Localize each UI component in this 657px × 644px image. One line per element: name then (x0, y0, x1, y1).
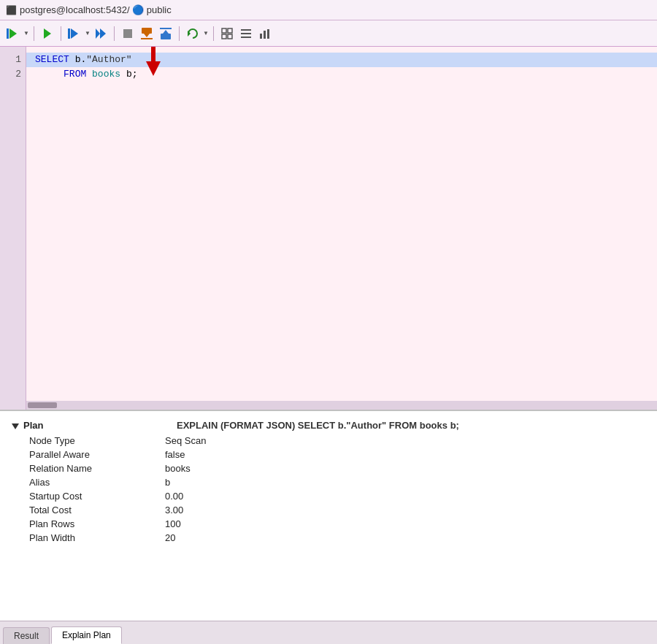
execute-icon (42, 28, 53, 39)
separator-2 (61, 26, 61, 41)
svg-rect-10 (141, 38, 153, 39)
stop-button[interactable] (119, 25, 137, 42)
plan-row-value: 20 (165, 532, 645, 543)
refresh-icon (187, 28, 199, 39)
table-books: books (92, 69, 120, 80)
tab-explain-plan[interactable]: Explain Plan (51, 626, 122, 644)
plan-row-value: 3.00 (165, 505, 645, 515)
svg-rect-7 (123, 29, 132, 38)
triangle-down-icon (12, 420, 23, 431)
plan-detail-row: Plan Rows 100 (12, 517, 645, 531)
svg-rect-17 (222, 34, 226, 39)
explain-dropdown[interactable]: ▼ (85, 25, 91, 42)
keyword-from: FROM (64, 69, 86, 80)
save-data-button[interactable] (138, 25, 155, 42)
svg-rect-21 (241, 37, 251, 38)
collapse-icon[interactable] (12, 423, 19, 429)
text-view-icon (240, 28, 252, 39)
plan-detail-row: Relation Name books (12, 461, 645, 475)
editor-scrollbar-thumb[interactable] (28, 402, 57, 408)
plan-rows: Node Type Seq Scan Parallel Aware false … (12, 434, 645, 545)
execute-all-button[interactable] (4, 25, 22, 42)
editor-content[interactable]: SELECT b."Author" FROM books b; (26, 47, 657, 410)
plan-row-key: Relation Name (12, 463, 107, 474)
plan-detail-row: Alias b (12, 475, 645, 489)
explain-arrow-button[interactable] (92, 25, 110, 42)
explain-arrow-icon (94, 28, 107, 39)
plan-row-value: books (165, 463, 645, 474)
db-icon: ⬛ (6, 5, 17, 15)
svg-rect-16 (228, 28, 232, 33)
plan-detail-row: Total Cost 3.00 (12, 503, 645, 517)
svg-rect-11 (160, 28, 172, 29)
plan-row-key: Plan Rows (12, 518, 107, 529)
title-bar: ⬛ postgres@localhost:5432/ 🔵 public (0, 0, 657, 20)
refresh-dropdown[interactable]: ▼ (203, 25, 209, 42)
plan-row-key: Total Cost (12, 505, 107, 515)
execute-all-icon (7, 28, 20, 39)
plan-row-value: b (165, 477, 645, 488)
sql-editor[interactable]: 1 2 SELECT b."Author" FROM books b; (0, 47, 657, 410)
svg-marker-9 (144, 34, 150, 37)
plan-detail-row: Node Type Seq Scan (12, 434, 645, 448)
load-data-button[interactable] (157, 25, 174, 42)
svg-marker-1 (9, 28, 17, 39)
explain-icon (68, 28, 81, 39)
svg-rect-23 (264, 31, 266, 39)
svg-rect-19 (241, 29, 251, 31)
plan-row-key: Parallel Aware (12, 449, 107, 460)
explain-button[interactable] (66, 25, 83, 42)
execute-all-dropdown[interactable]: ▼ (23, 25, 29, 42)
svg-rect-0 (7, 28, 9, 39)
separator-3 (114, 26, 115, 41)
separator-5 (213, 26, 214, 41)
col-author: "Author" (86, 54, 131, 65)
plan-detail-row: Plan Width 20 (12, 531, 645, 545)
svg-rect-24 (267, 29, 269, 39)
space-3: b; (126, 69, 138, 80)
svg-marker-12 (163, 30, 169, 34)
plan-query-text: EXPLAIN (FORMAT JSON) SELECT b."Author" … (177, 420, 459, 431)
plan-row-key: Node Type (12, 435, 107, 446)
space-1: b. (75, 54, 87, 65)
separator-1 (34, 26, 34, 41)
svg-marker-4 (71, 28, 78, 39)
save-data-icon (140, 27, 153, 40)
plan-row-key: Alias (12, 477, 107, 488)
line-numbers: 1 2 (0, 47, 26, 410)
indent (35, 69, 58, 80)
tab-result[interactable]: Result (3, 627, 50, 644)
execute-button[interactable] (39, 25, 56, 42)
svg-rect-22 (260, 34, 262, 39)
svg-rect-20 (241, 33, 251, 34)
refresh-button[interactable] (184, 25, 201, 42)
results-content: Plan EXPLAIN (FORMAT JSON) SELECT b."Aut… (0, 411, 657, 621)
plan-detail-row: Startup Cost 0.00 (12, 489, 645, 503)
svg-rect-15 (222, 28, 226, 33)
text-view-button[interactable] (237, 25, 255, 42)
tab-bar: Result Explain Plan (0, 621, 657, 644)
grid-view-icon (221, 28, 233, 39)
load-data-icon (159, 27, 172, 40)
results-panel: Plan EXPLAIN (FORMAT JSON) SELECT b."Aut… (0, 410, 657, 644)
tab-explain-plan-label: Explain Plan (62, 630, 111, 640)
editor-line-1: SELECT b."Author" (26, 53, 657, 67)
svg-rect-8 (142, 28, 152, 34)
tab-result-label: Result (14, 631, 39, 641)
toolbar: ▼ ▼ (0, 20, 657, 47)
title-text: postgres@localhost:5432/ 🔵 public (20, 4, 172, 15)
plan-row-value: false (165, 449, 645, 460)
svg-rect-13 (161, 34, 171, 39)
svg-rect-3 (68, 28, 70, 39)
plan-header-key: Plan (23, 420, 118, 431)
grid-view-button[interactable] (218, 25, 236, 42)
plan-row-key: Startup Cost (12, 491, 107, 502)
svg-marker-6 (100, 28, 106, 39)
chart-view-button[interactable] (256, 25, 274, 42)
chart-view-icon (259, 28, 271, 39)
plan-header-row: Plan EXPLAIN (FORMAT JSON) SELECT b."Aut… (12, 417, 645, 434)
svg-marker-5 (96, 28, 100, 39)
editor-scrollbar[interactable] (26, 401, 657, 410)
editor-line-2: FROM books b; (35, 67, 648, 82)
svg-marker-2 (44, 28, 51, 39)
